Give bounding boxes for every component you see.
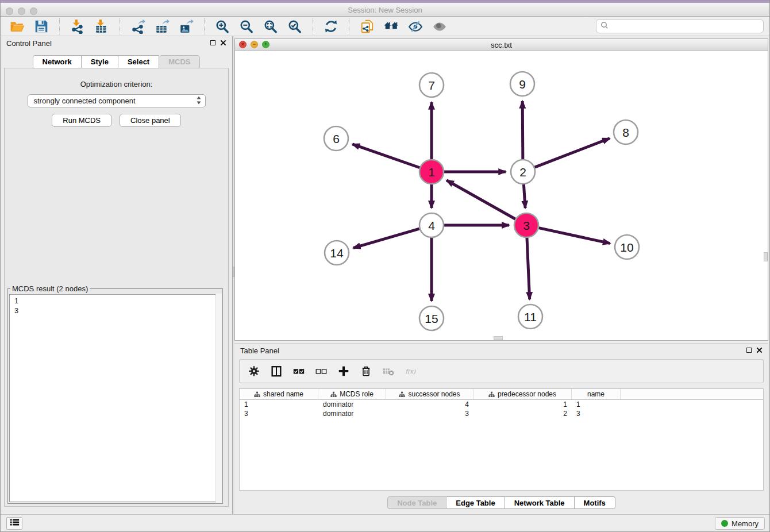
graph-node-4[interactable]: 4	[419, 213, 444, 237]
zoom-fit-icon	[263, 19, 278, 34]
graphics-details-button[interactable]	[405, 18, 426, 35]
birds-eye-icon	[432, 19, 447, 34]
network-graph[interactable]: 7968124314101511	[235, 51, 768, 341]
cell-shared-name[interactable]: 3	[240, 410, 318, 418]
svg-text:8: 8	[622, 126, 629, 139]
table-tab-node-table[interactable]: Node Table	[387, 496, 446, 509]
window-title: Session: New Session	[1, 6, 769, 14]
graph-node-2[interactable]: 2	[511, 160, 535, 184]
delete-icon	[360, 365, 372, 377]
graph-edge-3-11[interactable]	[527, 238, 530, 299]
cell-successor-nodes[interactable]: 4	[386, 400, 473, 408]
add-button[interactable]	[337, 365, 350, 377]
export-image-button[interactable]	[175, 18, 197, 35]
duplicate-network-button[interactable]	[356, 18, 378, 35]
table-tab-motifs[interactable]: Motifs	[575, 496, 615, 509]
select-all-button[interactable]	[292, 365, 305, 377]
network-canvas[interactable]: 7968124314101511	[235, 51, 768, 340]
graph-edge-2-9[interactable]	[522, 101, 523, 159]
save-session-button[interactable]	[30, 18, 52, 35]
cell-shared-name[interactable]: 1	[240, 400, 318, 408]
columns-button[interactable]	[270, 365, 283, 377]
memory-button[interactable]: Memory	[715, 517, 765, 530]
tab-select[interactable]: Select	[118, 55, 159, 68]
apply-layout-button[interactable]	[320, 18, 342, 35]
graph-edge-2-8[interactable]	[535, 138, 610, 167]
import-table-button[interactable]	[91, 18, 113, 35]
graph-node-9[interactable]: 9	[510, 72, 534, 96]
cell-name[interactable]: 1	[572, 400, 621, 408]
task-history-button[interactable]	[6, 517, 22, 530]
result-scrollbar[interactable]	[215, 294, 222, 503]
apply-layout-icon	[324, 19, 338, 34]
svg-text:3: 3	[523, 219, 530, 232]
open-file-button[interactable]	[6, 18, 28, 35]
zoom-out-button[interactable]	[236, 18, 257, 35]
tab-style[interactable]: Style	[82, 55, 118, 68]
graph-node-10[interactable]: 10	[615, 235, 639, 259]
export-table-button[interactable]	[151, 18, 173, 35]
run-mcds-button[interactable]: Run MCDS	[52, 114, 111, 127]
column-header-successor-nodes[interactable]: successor nodes	[386, 389, 473, 399]
table-row-1[interactable]: 3dominator323	[240, 409, 763, 418]
close-table-panel-icon[interactable]	[756, 347, 763, 353]
close-panel-button[interactable]: Close panel	[120, 114, 181, 127]
column-label: MCDS role	[340, 390, 374, 398]
graph-node-3[interactable]: 3	[514, 213, 538, 237]
toolbar-separator	[349, 18, 349, 34]
memory-status-icon	[721, 520, 728, 527]
graph-node-15[interactable]: 15	[419, 306, 444, 330]
unselect-all-icon	[315, 365, 328, 377]
export-network-button[interactable]	[127, 18, 149, 35]
network-home-button[interactable]	[380, 18, 402, 35]
search-input[interactable]	[609, 21, 763, 31]
close-panel-icon[interactable]	[220, 40, 226, 46]
right-splitter-grip[interactable]	[764, 252, 768, 261]
float-table-panel-icon[interactable]	[746, 348, 752, 353]
graph-edge-3-1[interactable]	[446, 180, 515, 219]
search-box[interactable]	[596, 19, 764, 33]
unselect-all-button[interactable]	[315, 365, 328, 377]
cell-mcds-role[interactable]: dominator	[318, 410, 386, 418]
column-header-predecessor-nodes[interactable]: predecessor nodes	[473, 389, 572, 399]
table-row-0[interactable]: 1dominator411	[240, 400, 763, 409]
svg-text:6: 6	[333, 132, 340, 145]
graph-edge-3-10[interactable]	[538, 228, 610, 244]
graph-node-1[interactable]: 1	[419, 160, 444, 184]
zoom-in-button[interactable]	[211, 18, 233, 35]
column-header-shared-name[interactable]: shared name	[240, 389, 318, 399]
delete-button[interactable]	[360, 365, 372, 377]
graph-node-11[interactable]: 11	[518, 304, 542, 329]
table-tab-edge-table[interactable]: Edge Table	[446, 496, 505, 509]
optimization-select[interactable]: strongly connected component	[28, 94, 206, 107]
graph-node-7[interactable]: 7	[419, 73, 444, 97]
birds-eye-button[interactable]	[429, 18, 451, 35]
cell-predecessor-nodes[interactable]: 2	[473, 410, 572, 418]
gear-button[interactable]	[248, 365, 260, 377]
column-header-name[interactable]: name	[572, 389, 621, 399]
table-tab-network-table[interactable]: Network Table	[505, 496, 575, 509]
zoom-fit-button[interactable]	[260, 18, 282, 35]
cell-name[interactable]: 3	[572, 410, 621, 418]
optimization-label: Optimization criterion:	[5, 80, 228, 88]
graph-edge-4-14[interactable]	[353, 229, 419, 248]
float-panel-icon[interactable]	[210, 40, 215, 45]
tab-network[interactable]: Network	[33, 55, 82, 68]
list-icon	[10, 518, 20, 529]
import-network-button[interactable]	[67, 18, 88, 35]
cell-successor-nodes[interactable]: 3	[386, 410, 473, 418]
tab-mcds[interactable]: MCDS	[159, 55, 200, 68]
graph-edge-1-6[interactable]	[352, 144, 419, 168]
column-header-mcds-role[interactable]: MCDS role	[318, 389, 386, 399]
graph-node-8[interactable]: 8	[614, 120, 638, 144]
svg-text:4: 4	[428, 219, 435, 232]
control-panel-tabs: NetworkStyleSelectMCDS	[1, 55, 232, 68]
cell-predecessor-nodes[interactable]: 1	[473, 400, 572, 408]
zoom-selected-button[interactable]	[284, 18, 306, 35]
export-network-icon	[130, 19, 145, 34]
cell-mcds-role[interactable]: dominator	[318, 400, 386, 408]
graph-node-14[interactable]: 14	[325, 241, 349, 265]
graph-edge-2-3[interactable]	[523, 184, 525, 208]
horizontal-splitter-grip[interactable]	[494, 336, 503, 340]
graph-node-6[interactable]: 6	[324, 126, 348, 151]
